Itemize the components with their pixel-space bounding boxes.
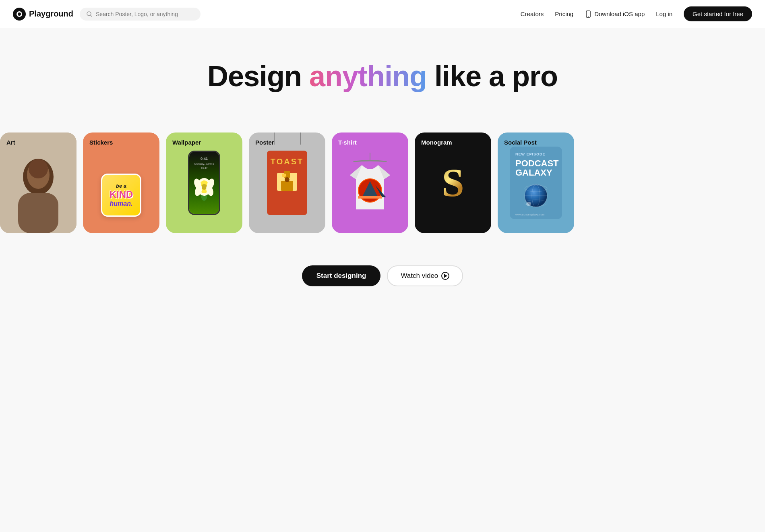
card-monogram[interactable]: Monogram S — [415, 132, 491, 233]
card-stickers[interactable]: Stickers be a KIND human. — [83, 132, 159, 233]
card-stickers-label: Stickers — [89, 139, 113, 146]
globe-svg — [523, 183, 549, 209]
navbar: Playground Creators Pricing Download iOS… — [0, 0, 765, 28]
card-tshirt-label: T-shirt — [338, 139, 357, 146]
card-art-label: Art — [6, 139, 15, 146]
carousel-section: Art Stickers be a KIND human. Wal — [0, 132, 765, 233]
monogram-content: S — [442, 132, 464, 233]
art-person-svg — [10, 145, 66, 233]
phone-time: 9:41 — [201, 157, 208, 161]
svg-point-11 — [201, 184, 207, 190]
art-illustration — [0, 132, 76, 233]
logo[interactable]: Playground — [13, 8, 73, 21]
phone-date: Monday, June 5 — [194, 162, 214, 165]
headline-highlight: anything — [309, 60, 427, 92]
card-poster[interactable]: Poster TOAST — [249, 132, 325, 233]
nav-pricing[interactable]: Pricing — [555, 10, 573, 17]
hanger-bar-svg — [350, 160, 390, 163]
phone-screen: 9:41 Monday, June 5 10:42 — [189, 152, 219, 214]
play-icon — [441, 272, 449, 280]
card-art[interactable]: Art — [0, 132, 76, 233]
social-inner: NEW EPISODE PODCAST GALAXY — [510, 147, 562, 219]
card-social[interactable]: Social Post NEW EPISODE PODCAST GALAXY — [498, 132, 574, 233]
card-monogram-label: Monogram — [421, 139, 452, 146]
phone-icon — [585, 10, 592, 18]
tshirt-body — [348, 163, 392, 213]
start-designing-button[interactable]: Start designing — [302, 265, 381, 286]
card-wallpaper-label: Wallpaper — [172, 139, 201, 146]
logo-icon — [13, 8, 26, 21]
tshirt-content — [348, 132, 392, 233]
brand-name: Playground — [29, 9, 73, 19]
social-url: www.sunsetgalaxy.com — [515, 213, 556, 216]
poster-content: TOAST — [267, 132, 307, 233]
hero-section: Design anything like a pro — [0, 28, 765, 108]
svg-line-1 — [91, 15, 92, 17]
social-content: NEW EPISODE PODCAST GALAXY — [510, 132, 562, 233]
logo-icon-graphic — [17, 11, 22, 17]
svg-point-19 — [285, 177, 289, 182]
sticker-line2: KIND — [110, 189, 133, 200]
watch-video-button[interactable]: Watch video — [387, 265, 463, 286]
search-input[interactable] — [96, 11, 194, 17]
card-wallpaper[interactable]: Wallpaper 9:41 Monday, June 5 10:42 — [166, 132, 242, 233]
search-icon — [86, 11, 93, 17]
nav-ios-download[interactable]: Download iOS app — [585, 10, 645, 18]
wallpaper-content: 9:41 Monday, June 5 10:42 — [188, 132, 220, 233]
hanger-wire — [370, 153, 370, 160]
search-bar[interactable] — [80, 8, 201, 21]
phone-flower — [192, 173, 216, 203]
carousel-track: Art Stickers be a KIND human. Wal — [0, 132, 574, 233]
sticker-line3: human. — [110, 200, 133, 207]
tshirt-hanger — [348, 153, 392, 213]
sticker-content: be a KIND human. — [101, 174, 142, 217]
card-social-label: Social Post — [504, 139, 537, 146]
svg-rect-20 — [282, 174, 286, 177]
svg-point-3 — [588, 16, 589, 17]
svg-rect-25 — [358, 196, 382, 199]
play-triangle — [444, 274, 447, 278]
tshirt-svg — [348, 163, 392, 211]
navbar-left: Playground — [13, 8, 201, 21]
headline-part2: like a pro — [427, 60, 558, 92]
svg-rect-17 — [281, 181, 293, 191]
nav-creators[interactable]: Creators — [521, 10, 544, 17]
social-globe-wrap — [515, 183, 556, 209]
svg-point-7 — [29, 159, 48, 178]
hero-headline: Design anything like a pro — [207, 60, 558, 92]
monogram-letter: S — [442, 163, 464, 203]
login-button[interactable]: Log in — [656, 10, 672, 17]
phone-date2: 10:42 — [201, 167, 208, 170]
poster-inner: TOAST — [267, 151, 307, 215]
social-tag: NEW EPISODE — [515, 152, 556, 156]
navbar-right: Creators Pricing Download iOS app Log in… — [521, 6, 752, 21]
watch-video-label: Watch video — [401, 272, 438, 280]
card-poster-label: Poster — [255, 139, 274, 146]
svg-rect-5 — [18, 193, 58, 233]
card-tshirt[interactable]: T-shirt — [332, 132, 408, 233]
social-title: PODCAST GALAXY — [515, 159, 556, 177]
headline-part1: Design — [207, 60, 309, 92]
get-started-button[interactable]: Get started for free — [684, 6, 752, 21]
poster-illustration — [273, 169, 301, 201]
phone-mockup: 9:41 Monday, June 5 10:42 — [188, 151, 220, 215]
cta-section: Start designing Watch video — [0, 257, 765, 319]
sticker-line1: be a — [110, 183, 133, 189]
poster-title: TOAST — [271, 157, 304, 166]
ios-label: Download iOS app — [594, 10, 645, 17]
